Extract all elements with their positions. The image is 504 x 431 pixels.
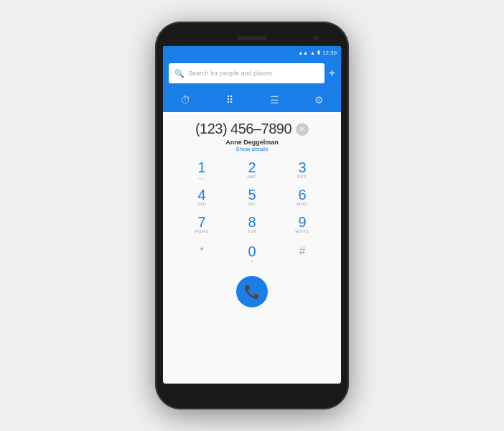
- key-letters: JKL: [248, 202, 256, 208]
- tab-contacts[interactable]: ☰: [252, 88, 297, 112]
- key-6[interactable]: 6MNO: [281, 185, 324, 210]
- key-letters: ABC: [247, 175, 257, 180]
- delete-icon: ✕: [299, 126, 305, 133]
- key-digit: 2: [248, 160, 256, 175]
- status-time: 12:30: [322, 50, 337, 56]
- key-letters: WXYZ: [295, 229, 309, 235]
- key-digit: 6: [298, 187, 306, 202]
- call-button[interactable]: 📞: [236, 276, 268, 307]
- key-letters: MNO: [297, 202, 308, 208]
- call-icon: 📞: [244, 284, 260, 300]
- phone-device: ▲▲ ▲ ▮ 12:30 🔍 Search for people and pla…: [155, 22, 349, 409]
- status-icons: ▲▲ ▲ ▮ 12:30: [298, 50, 337, 56]
- battery-icon: ▮: [317, 50, 320, 55]
- contact-name: Anne Deggelman: [225, 139, 279, 146]
- phone-screen: ▲▲ ▲ ▮ 12:30 🔍 Search for people and pla…: [163, 46, 341, 384]
- key-digit: 5: [248, 187, 256, 202]
- key-letters: GHI: [197, 202, 206, 208]
- key-letters: PQRS: [195, 229, 208, 235]
- tab-settings[interactable]: ⚙: [297, 88, 341, 112]
- recents-icon: ⏱: [180, 94, 190, 106]
- key-#[interactable]: #: [281, 240, 324, 269]
- key-4[interactable]: 4GHI: [180, 185, 223, 210]
- key-letters: TUV: [247, 229, 257, 235]
- speaker: [237, 36, 267, 40]
- tab-bar: ⏱ ⠿ ☰ ⚙: [163, 88, 341, 113]
- key-digit: 3: [298, 160, 306, 175]
- settings-icon: ⚙: [314, 94, 324, 106]
- phone-top-bar: [159, 30, 345, 46]
- key-digit: 1: [197, 160, 205, 175]
- show-details-link[interactable]: Show details: [235, 146, 268, 152]
- key-digit: 9: [298, 215, 306, 229]
- wifi-icon: ▲: [310, 50, 315, 55]
- search-placeholder: Search for people and places: [188, 70, 319, 77]
- contacts-icon: ☰: [270, 94, 279, 106]
- camera: [314, 36, 319, 41]
- key-1[interactable]: 1◡◡: [180, 158, 223, 182]
- signal-icon: ▲▲: [298, 50, 308, 55]
- key-digit: 0: [248, 244, 256, 259]
- key-letters: +: [251, 259, 253, 264]
- number-display: (123) 456–7890 ✕: [195, 121, 309, 137]
- add-button[interactable]: +: [329, 68, 335, 79]
- key-digit: 4: [197, 187, 205, 202]
- key-digit: *: [200, 242, 204, 261]
- key-9[interactable]: 9WXYZ: [281, 213, 324, 237]
- key-letters: ◡◡: [198, 175, 206, 180]
- dialer-area: (123) 456–7890 ✕ Anne Deggelman Show det…: [163, 113, 341, 384]
- keypad: 1◡◡2ABC3DEF4GHI5JKL6MNO7PQRS8TUV9WXYZ*0+…: [180, 158, 324, 269]
- key-*[interactable]: *: [180, 240, 223, 269]
- search-input-wrap[interactable]: 🔍 Search for people and places: [169, 63, 325, 83]
- key-5[interactable]: 5JKL: [230, 185, 274, 210]
- key-digit: 7: [197, 215, 205, 229]
- delete-button[interactable]: ✕: [296, 123, 309, 136]
- key-3[interactable]: 3DEF: [281, 158, 324, 182]
- tab-recents[interactable]: ⏱: [163, 88, 207, 112]
- key-0[interactable]: 0+: [230, 240, 274, 269]
- key-digit: #: [299, 242, 306, 261]
- phone-number: (123) 456–7890: [195, 121, 291, 137]
- key-7[interactable]: 7PQRS: [180, 213, 223, 237]
- key-letters: DEF: [297, 175, 307, 180]
- key-8[interactable]: 8TUV: [230, 213, 274, 237]
- status-bar: ▲▲ ▲ ▮ 12:30: [163, 46, 341, 59]
- search-bar: 🔍 Search for people and places +: [163, 59, 341, 88]
- key-digit: 8: [248, 215, 256, 229]
- dialpad-icon: ⠿: [226, 94, 233, 106]
- search-icon: 🔍: [174, 69, 185, 78]
- key-2[interactable]: 2ABC: [230, 158, 274, 182]
- tab-dialpad[interactable]: ⠿: [207, 88, 252, 112]
